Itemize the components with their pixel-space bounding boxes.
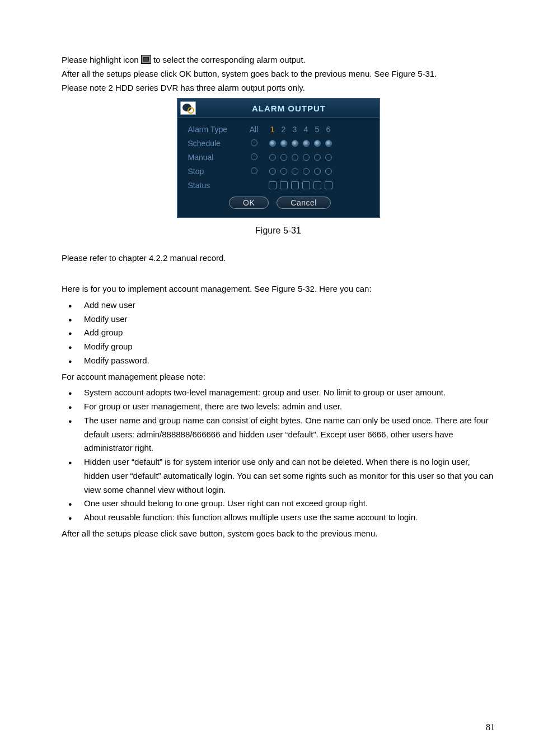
row-schedule: Schedule (188, 136, 372, 150)
row-manual: Manual (188, 150, 372, 164)
alarm-title-text: ALARM OUTPUT (199, 104, 379, 113)
stop-radio-5[interactable] (314, 168, 321, 175)
intro-line1b: to select the corresponding alarm output… (153, 55, 306, 64)
account-closing: After all the setups please click save b… (62, 527, 495, 541)
alarm-logo-icon (180, 101, 196, 115)
col-1: 1 (269, 125, 277, 134)
row-stop: Stop (188, 164, 372, 178)
col-4: 4 (302, 125, 310, 134)
list-item: Add new user (84, 298, 495, 312)
status-box-2 (280, 181, 288, 189)
account-intro: Here is for you to implement account man… (62, 282, 495, 296)
schedule-all-radio[interactable] (251, 139, 257, 146)
stop-radio-1[interactable] (269, 168, 276, 175)
manual-radio-3[interactable] (292, 154, 298, 161)
col-3: 3 (291, 125, 299, 134)
manual-radio-4[interactable] (303, 154, 310, 161)
col-6: 6 (325, 125, 332, 134)
list-item: Hidden user “default” is for system inte… (84, 455, 495, 497)
status-box-1 (269, 181, 277, 189)
label-stop: Stop (188, 167, 243, 176)
intro-paragraph: Please highlight icon to select the corr… (62, 53, 495, 95)
schedule-radio-5[interactable] (314, 140, 321, 147)
stop-radio-4[interactable] (303, 168, 310, 175)
label-status: Status (188, 181, 243, 190)
intro-line2: After all the setups please click OK but… (62, 67, 495, 81)
label-manual: Manual (188, 153, 243, 162)
list-item: For group or user management, there are … (84, 400, 495, 414)
alarm-title-bar: ALARM OUTPUT (178, 99, 379, 118)
manual-radio-5[interactable] (314, 154, 321, 161)
ok-button[interactable]: OK (229, 197, 269, 209)
schedule-radio-3[interactable] (292, 140, 298, 147)
record-body: Please refer to chapter 4.2.2 manual rec… (62, 251, 495, 265)
intro-line3: Please note 2 HDD series DVR has three a… (62, 81, 495, 95)
account-note-intro: For account management please note: (62, 370, 495, 384)
manual-radio-1[interactable] (269, 154, 276, 161)
intro-line1a: Please highlight icon (62, 55, 141, 64)
stop-radio-2[interactable] (280, 168, 287, 175)
schedule-radio-6[interactable] (325, 140, 332, 147)
list-item: Modify password. (84, 354, 495, 368)
list-item: About reusable function: this function a… (84, 511, 495, 525)
status-box-5 (313, 181, 321, 189)
list-item: One user should belong to one group. Use… (84, 497, 495, 511)
account-items: Add new user Modify user Add group Modif… (62, 298, 495, 368)
stop-radio-3[interactable] (292, 168, 298, 175)
list-item: Add group (84, 326, 495, 340)
label-alarm-type: Alarm Type (188, 125, 243, 134)
schedule-radio-1[interactable] (269, 140, 276, 147)
stop-all-radio[interactable] (251, 167, 257, 174)
alarm-header-row: Alarm Type All 1 2 3 4 5 6 (188, 122, 372, 136)
list-item: System account adopts two-level manageme… (84, 386, 495, 400)
manual-radio-6[interactable] (325, 154, 332, 161)
account-notes: System account adopts two-level manageme… (62, 386, 495, 525)
figure-5-31: ALARM OUTPUT Alarm Type All 1 2 3 4 5 6 (62, 98, 495, 236)
label-schedule: Schedule (188, 139, 243, 148)
manual-radio-2[interactable] (280, 154, 287, 161)
col-5: 5 (313, 125, 321, 134)
status-box-6 (325, 181, 332, 189)
manual-all-radio[interactable] (251, 153, 257, 160)
cancel-button[interactable]: Cancel (277, 197, 331, 209)
schedule-radio-4[interactable] (303, 140, 310, 147)
alarm-output-panel: ALARM OUTPUT Alarm Type All 1 2 3 4 5 6 (177, 98, 380, 218)
status-box-4 (302, 181, 310, 189)
list-item: The user name and group name can consist… (84, 414, 495, 455)
row-status: Status (188, 178, 372, 192)
list-item: Modify user (84, 312, 495, 326)
schedule-radio-2[interactable] (280, 140, 287, 147)
page-number: 81 (486, 722, 495, 732)
stop-radio-6[interactable] (325, 168, 332, 175)
highlight-box-icon (141, 55, 151, 64)
list-item: Modify group (84, 340, 495, 354)
header-all: All (243, 125, 265, 134)
status-box-3 (291, 181, 299, 189)
col-2: 2 (280, 125, 288, 134)
figure-caption: Figure 5-31 (62, 226, 495, 236)
